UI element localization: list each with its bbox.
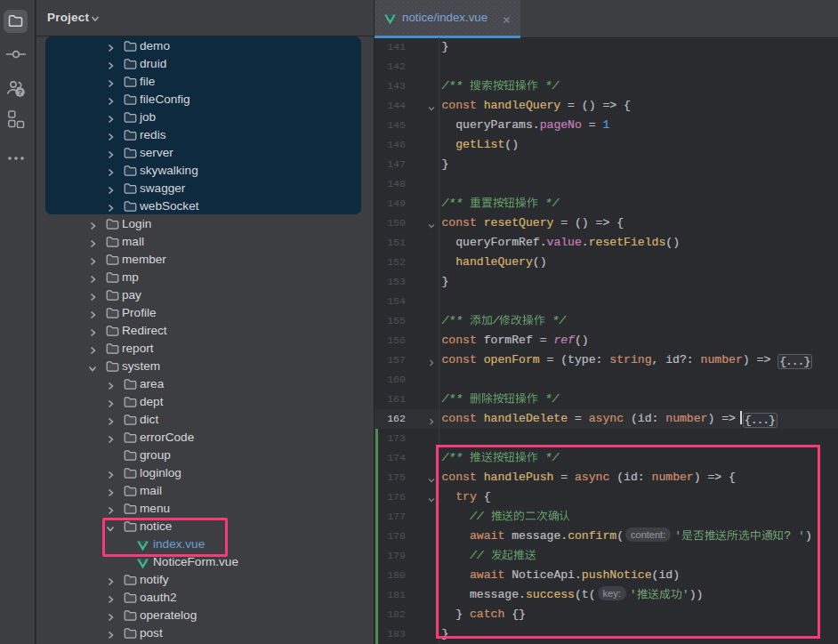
svg-text:?: ? [18, 88, 22, 97]
